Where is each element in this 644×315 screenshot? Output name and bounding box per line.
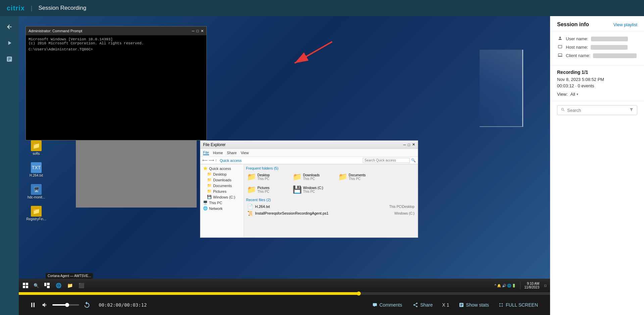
nav-windows-c[interactable]: 💾Windows (C:) [202, 194, 242, 200]
explorer-tab-view[interactable]: View [241, 151, 249, 155]
svg-rect-4 [23, 286, 25, 288]
show-stats-button[interactable]: Show stats [453, 298, 494, 312]
bottom-controls: 00:02:00/00:03:12 Comments Share X 1 Sho… [19, 295, 550, 315]
view-playlist-link[interactable]: View playlist [613, 22, 637, 27]
cmd-window: Administrator: Command Prompt ─ □ ✕ Micr… [26, 26, 207, 140]
progress-bar[interactable] [19, 292, 550, 295]
nav-network[interactable]: 🌐Network [202, 206, 242, 211]
explorer-close[interactable]: ✕ [412, 142, 415, 147]
folder-pictures-sub: This PC [257, 190, 269, 193]
pause-button[interactable] [27, 298, 39, 312]
desktop-icons: 📁 softs TXT H.264.txt 🖥️ hdc-monit... 📁 … [26, 140, 47, 221]
client-icon [557, 53, 563, 58]
file-h264-icon: 📄 [247, 204, 253, 209]
explorer-minimize[interactable]: ─ [403, 143, 406, 147]
file-h264[interactable]: 📄 H.264.txt This PC\Desktop [246, 203, 416, 210]
folder-downloads[interactable]: 📁 Downloads This PC [292, 172, 335, 182]
client-name-value [593, 53, 637, 58]
explorer-address-nav-icons: ⟵ ⟶ ↑ [202, 158, 217, 163]
frequent-folders-title: Frequent folders (5) [246, 166, 416, 170]
view-label: View: [557, 92, 568, 97]
speed-multiplier-label: X 1 [442, 302, 449, 308]
explorer-maximize[interactable]: □ [408, 143, 410, 147]
replay-button[interactable] [81, 298, 93, 312]
share-button[interactable]: Share [407, 298, 438, 312]
task-view-button[interactable] [42, 280, 52, 291]
nav-documents[interactable]: 📁Documents [202, 183, 242, 188]
host-name-row: Host name: [557, 44, 637, 50]
folder-documents[interactable]: 📁 Documents This PC [337, 172, 381, 182]
desktop-icon-registry[interactable]: 📁 RegistryFin... [26, 206, 47, 221]
folder-windows-c-sub: This PC [303, 190, 323, 193]
comments-button[interactable]: Comments [367, 298, 408, 312]
explorer-tab-home[interactable]: Home [213, 151, 223, 155]
windows-taskbar: 🔍 🌐 📁 ⬛ ^ 🔔 🔊 🌐 🔋 9:10 AM 11/8/2023 □ [19, 279, 550, 292]
progress-thumb[interactable] [357, 291, 361, 296]
desktop-icon-h264[interactable]: TXT H.264.txt [26, 162, 47, 177]
explorer-tab-share[interactable]: Share [227, 151, 237, 155]
folder-desktop-name: Desktop [257, 173, 270, 177]
folder-desktop-sub: This PC [257, 177, 270, 181]
folder-pictures[interactable]: 📁 Pictures This PC [246, 184, 290, 195]
volume-slider[interactable] [52, 304, 79, 306]
nav-this-pc[interactable]: 🖥️This PC [202, 200, 242, 206]
show-desktop-button[interactable]: □ [542, 280, 549, 291]
explorer-search-input[interactable] [363, 158, 410, 163]
speed-multiplier[interactable]: X 1 [438, 302, 453, 308]
filter-icon[interactable] [629, 107, 634, 113]
folder-pictures-name: Pictures [257, 186, 269, 190]
right-panel: Session info View playlist User name: Ho… [550, 16, 644, 315]
view-row: View: All ▾ [557, 92, 637, 97]
folder-desktop[interactable]: 📁 Desktop This PC [246, 172, 290, 182]
folder-desktop-info: Desktop This PC [257, 173, 270, 181]
cmd-close[interactable]: ✕ [201, 29, 204, 33]
sidebar-stats-button[interactable] [3, 52, 16, 66]
view-select[interactable]: All ▾ [571, 92, 578, 97]
start-button[interactable] [20, 280, 31, 291]
taskbar-tooltip: Cortana Agent — AWTSVE... [46, 273, 93, 279]
recording-section: Recording 1/1 Nov 8, 2023 5:08:52 PM 00:… [550, 65, 644, 101]
nav-desktop[interactable]: 📁Desktop [202, 171, 242, 177]
fullscreen-button[interactable]: FULL SCREEN [494, 298, 542, 312]
folder-pictures-icon: 📁 [247, 185, 256, 194]
explorer-ribbon: File Home Share View [200, 149, 418, 157]
explorer-nav: ⭐Quick access 📁Desktop 📁Downloads 📁Docum… [200, 164, 244, 237]
svg-rect-5 [26, 286, 28, 288]
taskbar-search-button[interactable]: 🔍 [32, 281, 41, 290]
taskbar-cmd-button[interactable]: ⬛ [76, 280, 87, 291]
volume-button[interactable] [39, 298, 51, 312]
nav-quick-access[interactable]: ⭐Quick access [202, 166, 242, 171]
desktop-icon-hdc[interactable]: 🖥️ hdc-monit... [26, 184, 47, 199]
explorer-search-btn[interactable]: 🔍 [411, 158, 416, 163]
explorer-tab-file[interactable]: File [203, 150, 209, 155]
svg-rect-6 [44, 283, 46, 286]
nav-downloads[interactable]: 📁Downloads [202, 177, 242, 183]
explorer-address-path: Quick access [220, 159, 242, 163]
host-icon [557, 44, 563, 50]
h264-icon-label: H.264.txt [30, 174, 43, 177]
taskbar-separator [520, 281, 521, 289]
nav-pictures[interactable]: 📁Pictures [202, 188, 242, 194]
search-input[interactable] [567, 108, 627, 113]
cmd-titlebar: Administrator: Command Prompt ─ □ ✕ [26, 27, 206, 35]
recording-date: Nov 8, 2023 5:08:52 PM [557, 77, 637, 82]
right-panel-header: Session info View playlist [550, 16, 644, 32]
topbar-title: Session Recording [39, 5, 87, 11]
registry-icon-label: RegistryFin... [27, 217, 46, 221]
svg-rect-8 [47, 286, 50, 288]
cmd-maximize[interactable]: □ [196, 29, 199, 33]
recent-files-title: Recent files (2) [246, 198, 416, 202]
taskbar-file-explorer-button[interactable]: 📁 [64, 280, 75, 291]
folder-windows-c[interactable]: 💾 Windows (C:) This PC [292, 184, 335, 195]
folder-documents-name: Documents [349, 173, 366, 177]
svg-rect-2 [23, 283, 25, 285]
file-prereqs[interactable]: 📜 InstallPrereqsforSessionRecordingAgent… [246, 210, 416, 217]
cmd-minimize[interactable]: ─ [192, 29, 195, 33]
svg-rect-9 [31, 303, 32, 307]
desktop-icon-softs[interactable]: 📁 softs [26, 140, 47, 155]
folder-documents-sub: This PC [349, 177, 366, 181]
sidebar-back-button[interactable] [3, 20, 16, 34]
search-icon [561, 107, 565, 113]
sidebar-play-button[interactable] [3, 36, 16, 50]
taskbar-ie-button[interactable]: 🌐 [53, 280, 64, 291]
